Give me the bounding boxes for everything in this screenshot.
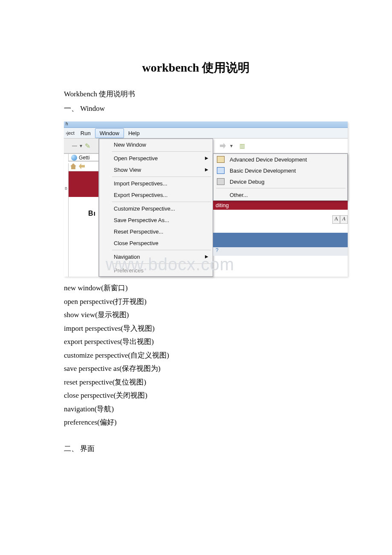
tab-getting-started[interactable]: Getti <box>69 154 98 161</box>
glossary-item: import perspectives(导入视图) <box>64 323 328 334</box>
menu-show-view[interactable]: Show View ▶ <box>99 164 213 176</box>
toolbar-dash: — <box>72 143 77 149</box>
glossary-item: export perspectives(导出视图) <box>64 336 328 347</box>
menu-separator <box>112 202 211 202</box>
glossary-item: open perspective(打开视图) <box>64 296 328 307</box>
font-badge-italic[interactable]: A <box>340 215 348 224</box>
submenu-other-label: Other... <box>230 192 248 198</box>
submenu-adv-device-dev[interactable]: Advanced Device Development <box>213 154 347 165</box>
menu-import-perspectives[interactable]: Import Perspectives... <box>99 178 213 189</box>
glossary-item: show view(显示视图) <box>64 309 328 321</box>
right-panel: ▾ ▥ Advanced Device Development Basic De… <box>213 139 348 277</box>
doc-title: workbench 使用说明 <box>64 60 328 76</box>
tab-getti-label: Getti <box>79 155 89 161</box>
glossary-item: close perspective(关闭视图) <box>64 390 328 401</box>
open-perspective-submenu: Advanced Device Development Basic Device… <box>213 153 348 201</box>
dropdown-column: New Window Open Perspective ▶ Show View … <box>99 139 213 277</box>
help-icon-row: ? <box>213 247 348 256</box>
menu-save-perspective-as[interactable]: Save Perspective As... <box>99 214 213 226</box>
screenshot-window-menu: h ›ject Run Window Help — ▾ ✎ Getti <box>64 121 348 277</box>
menu-customize-perspective[interactable]: Customize Perspective... <box>99 203 213 214</box>
menu-preferences[interactable]: Preferences <box>99 265 213 276</box>
glossary-item: reset perspective(复位视图) <box>64 377 328 388</box>
glossary-item: new window(新窗口) <box>64 283 328 294</box>
glossary-item: preferences(偏好) <box>64 417 328 428</box>
window-titlebar: h <box>64 121 348 128</box>
submenu-arrow-icon: ▶ <box>205 156 208 160</box>
glossary-list: new window(新窗口) open perspective(打开视图) s… <box>64 283 328 428</box>
glossary-item: customize perspective(自定义视图) <box>64 350 328 361</box>
menu-export-perspectives[interactable]: Export Perspectives... <box>99 189 213 201</box>
globe-icon <box>71 155 77 161</box>
help-icon[interactable]: ? <box>216 247 219 253</box>
doc-subtitle: Workbench 使用说明书 <box>64 89 328 100</box>
section-1-heading: 一、 Window <box>64 103 328 114</box>
gutter <box>64 154 69 161</box>
home-icon[interactable] <box>70 163 76 169</box>
menu-separator <box>112 250 211 250</box>
menu-show-view-label: Show View <box>114 167 141 173</box>
section-2-heading: 二、 界面 <box>64 443 328 454</box>
menu-open-perspective-label: Open Perspective <box>114 155 158 162</box>
menu-run[interactable]: Run <box>76 129 95 138</box>
menubar: ›ject Run Window Help <box>64 128 348 139</box>
menu-separator <box>112 176 211 177</box>
gutter-col: B <box>64 163 69 277</box>
glossary-item: navigation(导航) <box>64 404 328 415</box>
blue-band <box>213 233 348 247</box>
perspective-icon <box>217 167 225 174</box>
perspective-icon <box>217 178 225 185</box>
perspective-icon <box>217 156 225 163</box>
submenu-basic-device-dev[interactable]: Basic Device Development <box>213 165 347 176</box>
window-dropdown: New Window Open Perspective ▶ Show View … <box>99 139 213 277</box>
submenu-adv-label: Advanced Device Development <box>230 156 307 163</box>
menu-project-cropped[interactable]: ›ject <box>64 130 76 136</box>
font-size-badges: A A <box>332 215 348 224</box>
menu-separator <box>112 263 211 264</box>
right-lower-area: diting A A ? <box>213 201 348 256</box>
submenu-debug-label: Device Debug <box>230 179 265 185</box>
menu-help[interactable]: Help <box>124 129 144 138</box>
forward-icon[interactable] <box>220 143 226 149</box>
menu-reset-perspective[interactable]: Reset Perspective... <box>99 226 213 237</box>
editing-banner: diting <box>213 201 348 210</box>
nav-buttons <box>68 161 98 171</box>
submenu-device-debug[interactable]: Device Debug <box>213 176 347 187</box>
font-badge-normal[interactable]: A <box>332 215 340 224</box>
toolbar-drop-icon[interactable]: ▾ <box>230 143 233 149</box>
submenu-arrow-icon: ▶ <box>205 254 208 259</box>
menu-navigation-label: Navigation <box>114 254 140 260</box>
white-area-left: Bı <box>64 197 98 265</box>
submenu-basic-label: Basic Device Development <box>230 168 296 174</box>
submenu-other[interactable]: Other... <box>213 189 347 200</box>
brush-icon[interactable]: ✎ <box>85 142 90 150</box>
submenu-arrow-icon: ▶ <box>205 167 208 172</box>
tab-strip: Getti <box>64 153 98 161</box>
menu-separator <box>216 188 346 188</box>
toolbar-drop-icon[interactable]: ▾ <box>80 143 82 149</box>
menu-open-perspective[interactable]: Open Perspective ▶ <box>99 153 213 164</box>
menu-window[interactable]: Window <box>95 128 124 138</box>
menu-separator <box>112 151 211 152</box>
back-icon[interactable] <box>79 163 85 169</box>
toolbar-right: ▾ ▥ <box>213 139 348 153</box>
toolbar-left: — ▾ ✎ <box>64 139 98 153</box>
blank-icon <box>217 191 225 198</box>
maroon-banner-left <box>64 171 98 197</box>
left-panel: — ▾ ✎ Getti B Bı <box>64 139 99 277</box>
glossary-item: save perspective as(保存视图为) <box>64 363 328 374</box>
menu-navigation[interactable]: Navigation ▶ <box>99 251 213 263</box>
menu-new-window[interactable]: New Window <box>99 139 213 150</box>
perspective-icon[interactable]: ▥ <box>239 142 245 149</box>
menu-close-perspective[interactable]: Close Perspective <box>99 237 213 249</box>
